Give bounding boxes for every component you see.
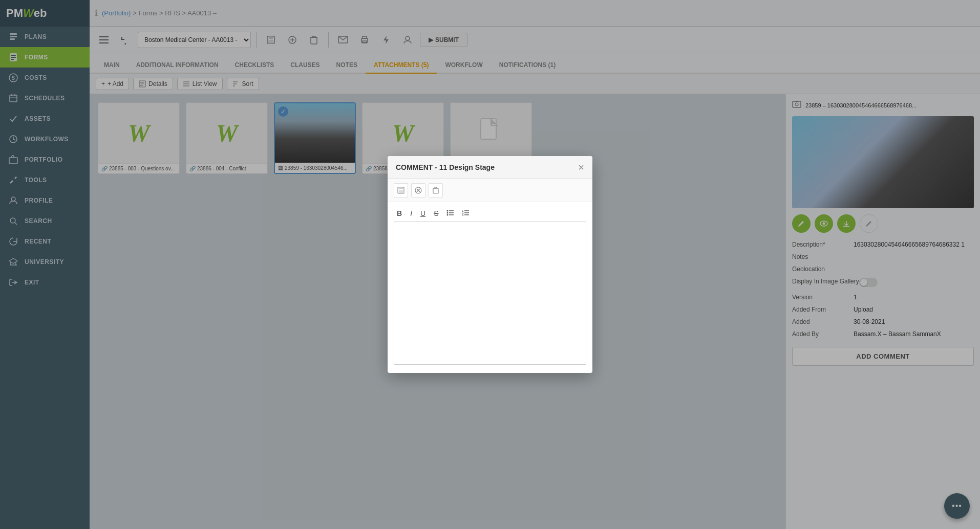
modal-delete-button[interactable] xyxy=(429,183,443,197)
svg-point-63 xyxy=(447,210,449,212)
editor-strikethrough-button[interactable]: S xyxy=(431,208,441,218)
modal-overlay: COMMENT - 11 Design Stage × B I U S xyxy=(0,0,980,529)
modal-cancel-button[interactable] xyxy=(411,183,425,197)
modal-save-button[interactable] xyxy=(394,183,408,197)
modal-close-button[interactable]: × xyxy=(578,162,584,172)
comment-textarea[interactable] xyxy=(394,222,586,365)
editor-underline-button[interactable]: U xyxy=(417,208,429,218)
editor-toolbar: B I U S 1.2.3. xyxy=(394,208,586,218)
svg-text:3.: 3. xyxy=(462,213,464,216)
modal-header: COMMENT - 11 Design Stage × xyxy=(388,156,592,179)
comment-modal: COMMENT - 11 Design Stage × B I U S xyxy=(388,156,592,373)
modal-toolbar xyxy=(388,179,592,202)
modal-title: COMMENT - 11 Design Stage xyxy=(396,163,495,171)
modal-body: B I U S 1.2.3. xyxy=(388,202,592,373)
editor-list-ol-button[interactable]: 1.2.3. xyxy=(459,208,472,218)
svg-rect-57 xyxy=(399,187,403,189)
svg-point-67 xyxy=(447,214,449,216)
editor-italic-button[interactable]: I xyxy=(407,208,415,218)
editor-list-ul-button[interactable] xyxy=(443,208,457,218)
svg-rect-62 xyxy=(433,188,438,193)
editor-bold-button[interactable]: B xyxy=(394,208,405,218)
svg-point-65 xyxy=(447,212,449,214)
svg-rect-58 xyxy=(399,190,403,193)
